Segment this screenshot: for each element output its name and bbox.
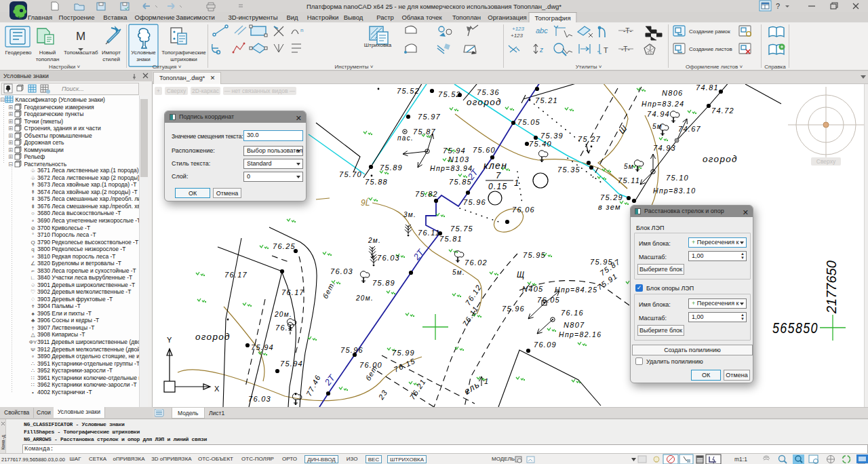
svg-text:76.11: 76.11 [461, 305, 480, 328]
svg-text:N807: N807 [564, 321, 585, 329]
svg-text:?: ? [776, 2, 780, 10]
svg-text:abc: abc [536, 26, 548, 35]
svg-text:20м.: 20м. [355, 294, 374, 302]
svg-text:1: 1 [484, 377, 488, 385]
svg-text:N405: N405 [522, 285, 544, 293]
svg-text:-Т-: -Т- [623, 27, 632, 35]
svg-text:75.96: 75.96 [502, 305, 525, 313]
svg-text:в зем: в зем [598, 203, 621, 211]
svg-text:2Т: 2Т [411, 247, 426, 263]
svg-text:75.97: 75.97 [418, 113, 441, 121]
svg-text:75.36: 75.36 [477, 88, 500, 96]
svg-text:74.94: 74.94 [647, 110, 670, 118]
svg-text:76.15: 76.15 [393, 357, 417, 374]
svg-text:74.72: 74.72 [711, 107, 734, 115]
svg-text:76.06: 76.06 [512, 206, 535, 214]
svg-text:76.03: 76.03 [377, 254, 400, 262]
svg-text:9Ĺ: 9Ĺ [361, 197, 370, 208]
svg-text:75.94: 75.94 [251, 343, 274, 351]
svg-text:Нпр=84.25: Нпр=84.25 [555, 286, 597, 294]
svg-text:m1:1: m1:1 [734, 456, 747, 463]
svg-text:75.05: 75.05 [517, 118, 540, 126]
svg-text:+123: +123 [512, 26, 525, 32]
svg-text:N103: N103 [448, 155, 470, 163]
svg-text:5м: 5м [652, 123, 663, 130]
svg-text:77.46: 77.46 [304, 373, 322, 398]
svg-text:Кома-д: Кома-д [1, 435, 6, 450]
svg-text:ель: ель [462, 379, 481, 396]
svg-text:76.09: 76.09 [534, 341, 557, 349]
svg-text:76.12: 76.12 [464, 283, 484, 307]
svg-text:76.17: 76.17 [281, 288, 304, 296]
svg-text:74.81: 74.81 [696, 84, 719, 92]
svg-text:75.85: 75.85 [449, 178, 472, 186]
svg-text:75.60: 75.60 [473, 146, 496, 154]
svg-text:75.88: 75.88 [365, 178, 388, 186]
svg-text:Нпр=82.16: Нпр=82.16 [559, 330, 601, 339]
svg-text:X: X [214, 385, 220, 393]
svg-text:76.25: 76.25 [273, 242, 296, 250]
svg-text:+123: +123 [511, 33, 524, 39]
svg-text:75.52: 75.52 [438, 90, 461, 98]
svg-text:0.15: 0.15 [488, 182, 508, 191]
svg-text:бет.: бет. [321, 279, 337, 300]
svg-text:23: 23 [376, 388, 389, 402]
svg-text:75.52: 75.52 [397, 87, 420, 95]
svg-text:пас.: пас. [397, 134, 414, 142]
svg-text:2Т: 2Т [322, 372, 337, 388]
svg-text:2м.: 2м. [368, 237, 381, 244]
svg-text:огород: огород [195, 332, 231, 342]
svg-text:74.67: 74.67 [678, 125, 701, 133]
svg-text:Y: Y [167, 336, 172, 344]
svg-text:Ш: Ш [617, 123, 630, 135]
svg-text:75.82: 75.82 [415, 190, 438, 198]
svg-text:75.96: 75.96 [340, 346, 363, 354]
svg-text:75.96: 75.96 [463, 198, 486, 206]
svg-text:75.87: 75.87 [413, 128, 436, 136]
svg-text:N806: N806 [662, 89, 684, 97]
svg-text:75.89: 75.89 [372, 279, 395, 287]
svg-text:огород: огород [703, 154, 738, 164]
svg-text:76.05: 76.05 [537, 296, 560, 304]
svg-text:76.03: 76.03 [248, 395, 271, 403]
svg-text:n: n [300, 27, 303, 33]
svg-text:20м.: 20м. [274, 311, 292, 318]
svg-text:75.35: 75.35 [557, 166, 580, 174]
svg-text:75.29: 75.29 [600, 193, 623, 201]
svg-text:75.39: 75.39 [540, 132, 564, 140]
svg-text:76.21: 76.21 [408, 377, 428, 401]
svg-text:76.17: 76.17 [224, 271, 248, 279]
svg-text:75.27: 75.27 [578, 135, 601, 143]
svg-text:Нпр=83.24: Нпр=83.24 [642, 100, 684, 108]
svg-text:75.10: 75.10 [666, 174, 689, 182]
svg-text:75.91: 75.91 [595, 271, 619, 291]
svg-text:T: T [604, 46, 608, 54]
svg-text:клен: клен [484, 160, 507, 171]
svg-text:76.03: 76.03 [330, 267, 353, 275]
svg-text:76.: 76. [275, 324, 288, 332]
svg-text:75.89: 75.89 [380, 163, 403, 172]
svg-text:75.70: 75.70 [339, 170, 362, 178]
svg-text:Щ: Щ [517, 270, 525, 279]
svg-text:2177650: 2177650 [824, 260, 839, 314]
svg-text:5м.: 5м. [452, 269, 465, 276]
svg-text:75.81: 75.81 [439, 235, 462, 243]
svg-text:75.40: 75.40 [529, 140, 552, 148]
svg-text:75.21: 75.21 [535, 96, 558, 104]
svg-text:75.94: 75.94 [280, 360, 303, 368]
svg-text:z: z [539, 46, 543, 54]
svg-text:Нпр=83.10: Нпр=83.10 [653, 187, 696, 195]
svg-text:3м.: 3м. [403, 211, 416, 218]
svg-text:огород: огород [467, 97, 502, 107]
svg-text:Нпр=83.94: Нпр=83.94 [430, 164, 473, 172]
svg-text:-Т-: -Т- [621, 45, 630, 53]
svg-text:7: 7 [496, 170, 502, 180]
svg-text:75.75: 75.75 [450, 225, 473, 233]
svg-text:74.93: 74.93 [653, 144, 676, 152]
svg-text:76.16: 76.16 [561, 309, 584, 317]
svg-text:1: 1 [514, 178, 520, 188]
svg-text:75.99: 75.99 [392, 349, 415, 357]
svg-text:5м: 5м [624, 163, 634, 170]
svg-text:76.02: 76.02 [465, 258, 488, 267]
svg-text:M: M [76, 30, 85, 43]
